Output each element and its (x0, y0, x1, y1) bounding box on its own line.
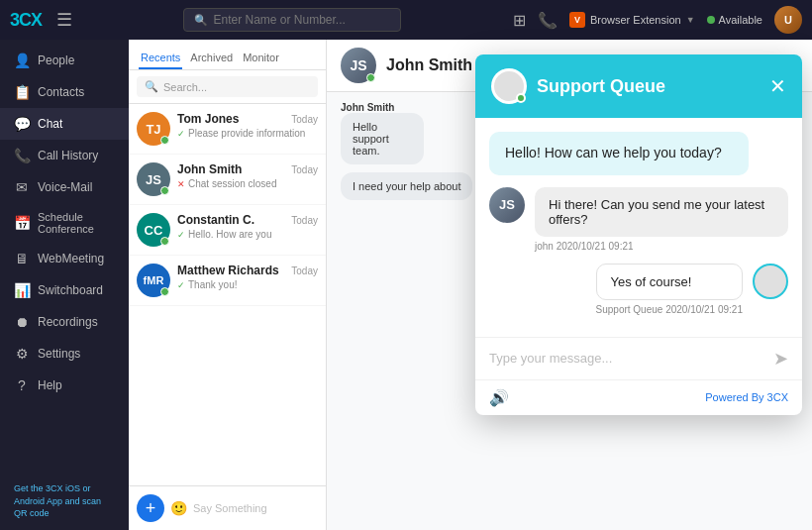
message-preview: ✓ Hello. How are you (177, 229, 318, 240)
sidebar-item-recordings[interactable]: ⏺ Recordings (0, 306, 129, 338)
grid-icon[interactable]: ⊞ (513, 11, 526, 30)
chat-avatar-container: CC (137, 213, 170, 247)
global-search[interactable]: 🔍 (183, 8, 401, 32)
topbar-icons: ⊞ 📞 V Browser Extension ▼ Available U (513, 6, 802, 34)
browser-extension[interactable]: V Browser Extension ▼ (569, 12, 695, 28)
message-preview: ✓ Thank you! (177, 279, 318, 290)
reply-message-content: Yes of course! Support Queue 2020/10/21 … (596, 264, 743, 315)
list-item[interactable]: fMR Matthew Richards Today ✓ Thank you! (129, 256, 326, 306)
sidebar-item-label: Recordings (38, 315, 98, 329)
presence-dot (160, 136, 169, 145)
chat-search-box[interactable]: 🔍 (137, 76, 318, 97)
sidebar-item-settings[interactable]: ⚙ Settings (0, 338, 129, 370)
volume-icon[interactable]: 🔊 (489, 388, 509, 407)
contact-name: John Smith (177, 162, 242, 176)
hamburger-icon[interactable]: ☰ (56, 9, 72, 31)
chat-item-info: Constantin C. Today ✓ Hello. How are you (177, 213, 318, 240)
presence-dot (160, 237, 169, 246)
list-item[interactable]: JS John Smith Today ✕ Chat session close… (129, 155, 326, 205)
message-bubble-received: John Smith Hello support team. (341, 102, 458, 164)
support-queue-popup: Support Queue ✕ Hello! How can we help y… (475, 54, 802, 415)
sidebar-item-voicemail[interactable]: ✉ Voice-Mail (0, 171, 129, 203)
chat-bottom-bar: + 🙂 Say Something (129, 485, 326, 530)
chat-item-info: John Smith Today ✕ Chat session closed (177, 162, 318, 189)
message-input[interactable] (489, 351, 765, 366)
close-icon: ✕ (177, 179, 185, 189)
sidebar-item-help[interactable]: ? Help (0, 370, 129, 401)
recordings-icon: ⏺ (14, 314, 30, 330)
check-icon: ✓ (177, 280, 185, 290)
online-dot (516, 93, 526, 103)
message-text: Hello support team. (341, 113, 424, 164)
powered-by-label: Powered By 3CX (705, 391, 788, 403)
chat-search: 🔍 (129, 70, 326, 104)
support-queue-title: Support Queue (537, 76, 760, 97)
status-dot (707, 16, 715, 24)
chat-item-row: Constantin C. Today (177, 213, 318, 227)
call-history-icon: 📞 (14, 148, 30, 163)
reply-message-bubble: Yes of course! (596, 264, 743, 300)
chat-item-row: John Smith Today (177, 162, 318, 176)
emoji-icon[interactable]: 🙂 (170, 500, 187, 516)
check-icon: ✓ (177, 230, 185, 240)
bot-message: Hello! How can we help you today? (489, 132, 749, 175)
topbar: 3CX ☰ 🔍 ⊞ 📞 V Browser Extension ▼ Availa… (0, 0, 812, 40)
chat-icon: 💬 (14, 116, 30, 132)
sidebar-item-label: Voice-Mail (38, 180, 92, 194)
sidebar: 👤 People 📋 Contacts 💬 Chat 📞 Call Histor… (0, 40, 129, 530)
search-input[interactable] (213, 13, 352, 27)
message-sender: John Smith (341, 102, 458, 113)
sidebar-item-label: WebMeeting (38, 252, 104, 265)
presence-dot (160, 186, 169, 195)
list-item[interactable]: TJ Tom Jones Today ✓ Please provide info… (129, 104, 326, 155)
extension-icon: V (569, 12, 585, 28)
message-timestamp: john 2020/10/21 09:21 (535, 241, 788, 252)
chat-item-row: Tom Jones Today (177, 112, 318, 126)
list-item[interactable]: CC Constantin C. Today ✓ Hello. How are … (129, 205, 326, 256)
sidebar-item-contacts[interactable]: 📋 Contacts (0, 76, 129, 108)
chat-avatar-container: TJ (137, 112, 170, 146)
sidebar-item-label: Help (38, 378, 62, 392)
support-queue-messages: Hello! How can we help you today? JS Hi … (475, 118, 802, 337)
sidebar-item-label: People (38, 53, 74, 67)
sidebar-item-chat[interactable]: 💬 Chat (0, 108, 129, 140)
tab-recents[interactable]: Recents (139, 48, 182, 69)
message-time: Today (291, 265, 318, 276)
message-text: I need your help about (341, 172, 472, 200)
contact-name: Tom Jones (177, 112, 239, 126)
settings-icon: ⚙ (14, 346, 30, 362)
sidebar-item-label: Switchboard (38, 283, 103, 297)
check-icon: ✓ (177, 129, 185, 139)
sidebar-item-webmeeting[interactable]: 🖥 WebMeeting (0, 243, 129, 274)
chat-tabs: Recents Archived Monitor (129, 40, 326, 70)
search-icon: 🔍 (194, 14, 208, 27)
chat-main-avatar: JS (341, 48, 376, 83)
sidebar-item-call-history[interactable]: 📞 Call History (0, 140, 129, 171)
contact-name: Matthew Richards (177, 264, 279, 277)
sidebar-item-switchboard[interactable]: 📊 Switchboard (0, 274, 129, 306)
status-label: Available (719, 14, 762, 26)
message-time: Today (291, 215, 318, 226)
voicemail-icon: ✉ (14, 179, 30, 195)
browser-ext-label: Browser Extension (590, 14, 681, 26)
sidebar-item-people[interactable]: 👤 People (0, 45, 129, 76)
support-queue-input-area: ➤ (475, 337, 802, 379)
chat-search-input[interactable] (163, 81, 310, 93)
message-time: Today (291, 114, 318, 125)
sidebar-item-label: Contacts (38, 85, 84, 99)
close-button[interactable]: ✕ (769, 74, 786, 98)
add-button[interactable]: + (137, 494, 164, 522)
switchboard-icon: 📊 (14, 282, 30, 298)
qr-code-link[interactable]: Get the 3CX iOS or Android App and scan … (0, 473, 129, 530)
tab-monitor[interactable]: Monitor (241, 48, 281, 69)
say-something-label: Say Something (193, 502, 267, 514)
tab-archived[interactable]: Archived (188, 48, 235, 69)
sidebar-item-label: Call History (38, 149, 98, 162)
chat-avatar-container: JS (137, 162, 170, 196)
reply-message-row: Yes of course! Support Queue 2020/10/21 … (489, 264, 788, 315)
phone-icon[interactable]: 📞 (538, 11, 558, 30)
status-indicator[interactable]: Available (707, 14, 762, 26)
user-avatar[interactable]: U (774, 6, 802, 34)
send-button[interactable]: ➤ (773, 348, 788, 370)
sidebar-item-schedule[interactable]: 📅 Schedule Conference (0, 203, 129, 243)
